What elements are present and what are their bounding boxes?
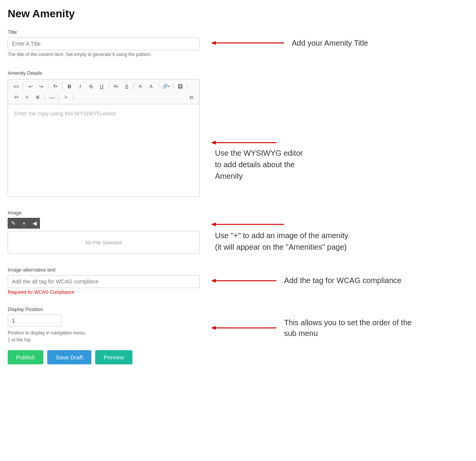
wysiwyg-toolbar: <> ↩ ↪ ¶▾ B I S U A▾ A A↑ bbox=[8, 79, 199, 104]
toolbar-hr-btn[interactable]: — bbox=[47, 92, 57, 102]
position-arrow bbox=[211, 325, 280, 331]
action-buttons: Publish Save Draft Preview bbox=[8, 350, 468, 364]
title-helper: The title of the content item. Set empty… bbox=[8, 52, 200, 57]
toolbar-strikethrough-btn[interactable]: S bbox=[86, 81, 96, 91]
svg-marker-9 bbox=[211, 326, 216, 330]
toolbar-redo-btn[interactable]: ↪ bbox=[36, 81, 46, 91]
svg-marker-3 bbox=[211, 141, 216, 145]
back-image-button[interactable]: ◀ bbox=[29, 218, 40, 229]
toolbar-fullscreen-btn[interactable]: ⧈ bbox=[186, 92, 196, 102]
toolbar-bgcolor-btn[interactable]: A bbox=[122, 81, 132, 91]
page-title: New Amenity bbox=[8, 8, 468, 20]
toolbar-ordered-btn[interactable]: ≣ bbox=[33, 92, 43, 102]
image-arrow bbox=[211, 221, 288, 227]
save-draft-button[interactable]: Save Draft bbox=[47, 350, 91, 364]
display-position-input[interactable] bbox=[8, 314, 61, 327]
toolbar-image-btn[interactable]: 🖼 bbox=[175, 81, 185, 91]
add-image-button[interactable]: + bbox=[18, 218, 29, 229]
title-annotation: Add your Amenity Title bbox=[292, 39, 368, 48]
title-arrow bbox=[211, 40, 288, 46]
svg-marker-7 bbox=[211, 279, 216, 283]
title-label: Title bbox=[8, 29, 200, 35]
alt-text-arrow bbox=[211, 278, 280, 284]
wysiwyg-annotation: Use the WYSIWYG editor to add details ab… bbox=[211, 147, 468, 182]
title-input[interactable] bbox=[8, 37, 200, 50]
position-annotation: This allows you to set the order of the … bbox=[284, 317, 412, 339]
toolbar-sep-8 bbox=[187, 83, 187, 90]
alt-text-label: Image alternative text bbox=[8, 267, 200, 273]
toolbar-sep-2 bbox=[48, 83, 48, 90]
image-button-group: ✎ + ◀ bbox=[8, 218, 200, 229]
toolbar-sep-1 bbox=[23, 83, 23, 90]
alt-text-required: Required for WCAG Compliance bbox=[8, 290, 200, 295]
edit-image-button[interactable]: ✎ bbox=[8, 218, 18, 229]
toolbar-sep-5 bbox=[134, 83, 134, 90]
preview-button[interactable]: Preview bbox=[95, 350, 132, 364]
toolbar-fontcolor-btn[interactable]: A▾ bbox=[111, 81, 121, 91]
toolbar-sep-4 bbox=[109, 83, 109, 90]
svg-marker-5 bbox=[211, 222, 216, 226]
no-file-text: No File Selected bbox=[85, 240, 122, 245]
toolbar-sep-10 bbox=[59, 94, 59, 100]
toolbar-sep-7 bbox=[173, 83, 173, 90]
wysiwyg-placeholder: Enter the copy using this WYSIWYG editor bbox=[14, 110, 116, 117]
publish-button[interactable]: Publish bbox=[8, 350, 43, 364]
toolbar-sep-9 bbox=[45, 94, 45, 100]
file-upload-area[interactable]: No File Selected bbox=[8, 231, 200, 254]
toolbar-undo-btn[interactable]: ↩ bbox=[25, 81, 35, 91]
svg-marker-1 bbox=[211, 41, 216, 45]
alt-text-input[interactable] bbox=[8, 275, 200, 288]
toolbar-unordered-btn[interactable]: ≡ bbox=[22, 92, 32, 102]
toolbar-sep-11 bbox=[73, 94, 73, 100]
toolbar-bold-btn[interactable]: B bbox=[64, 81, 74, 91]
toolbar-removeformat-btn[interactable]: Ix bbox=[61, 92, 71, 102]
toolbar-paragraph-btn[interactable]: ¶▾ bbox=[50, 81, 60, 91]
toolbar-sep-6 bbox=[159, 83, 159, 90]
toolbar-source-btn[interactable]: <> bbox=[11, 81, 21, 91]
amenity-details-label: Amenity Details bbox=[8, 70, 468, 76]
display-position-helper-1: Position to display in navigation menu. bbox=[8, 330, 200, 336]
wysiwyg-content-area[interactable]: Enter the copy using this WYSIWYG editor bbox=[8, 104, 199, 196]
display-position-label: Display Position bbox=[8, 306, 200, 312]
display-position-helper-2: 1 at the top. bbox=[8, 337, 200, 342]
toolbar-italic-btn[interactable]: I bbox=[75, 81, 85, 91]
image-label: Image bbox=[8, 210, 200, 216]
alt-text-annotation: Add the tag for WCAG compliance bbox=[284, 276, 402, 285]
toolbar-subscript-btn[interactable]: A↓ bbox=[147, 81, 157, 91]
image-annotation: Use "+" to add an image of the amenity (… bbox=[211, 230, 468, 253]
wysiwyg-arrow bbox=[211, 140, 280, 146]
toolbar-align-btn[interactable]: ≡▾ bbox=[11, 92, 21, 102]
toolbar-underline-btn[interactable]: U bbox=[97, 81, 107, 91]
toolbar-sep-3 bbox=[62, 83, 63, 90]
toolbar-link-btn[interactable]: 🔗▾ bbox=[161, 81, 171, 91]
toolbar-superscript-btn[interactable]: A↑ bbox=[136, 81, 146, 91]
